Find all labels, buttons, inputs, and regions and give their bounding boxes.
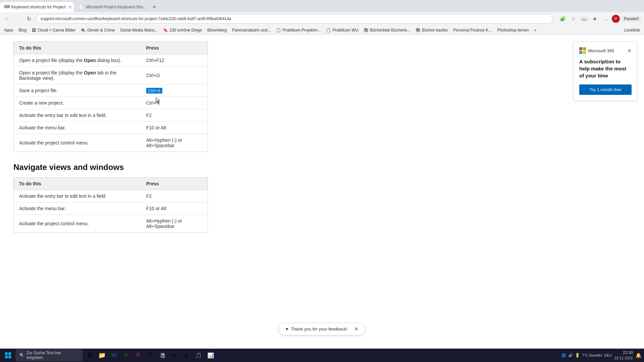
logo-square-red bbox=[579, 47, 582, 50]
table-cell-press: F10 or Alt bbox=[141, 122, 208, 134]
table1-header-action: To do this bbox=[14, 42, 141, 54]
taskbar-search[interactable]: 🔍 Zur Suche Text hier eingeben bbox=[15, 349, 83, 361]
spotify-icon[interactable]: 🎵 bbox=[193, 350, 204, 361]
address-bar[interactable]: support.microsoft.com/en-us/office/keybo… bbox=[36, 14, 553, 23]
main-content: To do this Press Open a project file (di… bbox=[0, 35, 644, 349]
excel-icon[interactable]: X bbox=[121, 350, 131, 361]
table-row: Open a project file (display the Open ta… bbox=[14, 67, 208, 84]
bookmark-dinner[interactable]: 🎭 Dinner & Crime bbox=[79, 27, 116, 33]
ad-close-button[interactable]: ✕ bbox=[627, 48, 632, 54]
bookmark-label: Bücherliste Bücherie... bbox=[370, 28, 410, 33]
bookmark-icon: 📋 bbox=[326, 28, 331, 33]
table-cell-action: Open a project file (display the Open di… bbox=[14, 54, 141, 67]
taskbar: 🔍 Zur Suche Text hier eingeben ⊞ 📁 W X P… bbox=[0, 349, 644, 362]
notifications-icon[interactable]: 🔔 bbox=[636, 353, 641, 358]
forward-button[interactable]: → bbox=[13, 14, 23, 23]
bookmark-label: Praktikum Projektm... bbox=[282, 28, 321, 33]
tab-close-1[interactable]: ✕ bbox=[68, 4, 72, 10]
taskbar-pinned-icons: ⊞ 📁 W X P T 📓 ✉ e 🎵 📊 bbox=[85, 350, 216, 361]
bookmark-more[interactable]: » bbox=[533, 27, 538, 33]
word-icon[interactable]: W bbox=[109, 350, 119, 361]
table-cell-press: Alt+Hyphen (-) or Alt+Spacebar bbox=[141, 134, 208, 152]
extensions-button[interactable]: 🧩 bbox=[558, 14, 568, 23]
bookmark-star[interactable]: ☆ bbox=[569, 14, 578, 23]
file-explorer-icon[interactable]: 📁 bbox=[97, 350, 107, 361]
browser-actions: 🧩 ☆ 📖 ★ … P Pausiert bbox=[558, 14, 641, 23]
try-free-button[interactable]: Try 1 month free bbox=[579, 84, 632, 95]
ad-panel-header: Microsoft 365 ✕ bbox=[579, 47, 632, 54]
bookmark-canva[interactable]: 🖼 Cloud + Canva Bilder bbox=[31, 27, 77, 33]
onenote-icon[interactable]: 📓 bbox=[157, 350, 168, 361]
bookmark-social[interactable]: Social Media Mana... bbox=[119, 27, 159, 33]
bookmark-leseliste[interactable]: Leseliste bbox=[623, 27, 641, 33]
logo-square-yellow bbox=[583, 51, 586, 54]
highlighted-key: Ctrl+S bbox=[146, 88, 162, 94]
reload-button[interactable]: ↻ bbox=[24, 14, 34, 23]
network-icon[interactable]: 🌐 bbox=[561, 353, 566, 358]
settings-more[interactable]: … bbox=[601, 14, 610, 23]
bookmark-bloomberg[interactable]: Bloomberg bbox=[206, 27, 228, 33]
project-icon[interactable]: 📊 bbox=[205, 350, 216, 361]
bookmark-icon: 🎭 bbox=[81, 28, 86, 33]
bold-word: Open bbox=[84, 70, 96, 75]
table-row: Activate the entry bar to edit text in a… bbox=[14, 190, 208, 202]
bookmark-buecherliste[interactable]: 📚 Bücherliste Bücherie... bbox=[362, 27, 412, 33]
bookmark-apps[interactable]: Apps bbox=[3, 27, 14, 33]
shortcuts-table-2: To do this Press Activate the entry bar … bbox=[13, 177, 208, 233]
bookmark-100things[interactable]: 🔖 100 schöne Dinge bbox=[162, 27, 203, 33]
bookmark-label: Bloomberg bbox=[207, 28, 227, 33]
bookmark-buecherkaufen[interactable]: 📚 Bücher kaufen bbox=[414, 27, 449, 33]
tab-active[interactable]: ⌨ Keyboard shortcuts for Project ✕ bbox=[0, 2, 74, 12]
bookmark-praktikum[interactable]: 📋 Praktikum Projektm... bbox=[275, 27, 322, 33]
favorites[interactable]: ★ bbox=[590, 14, 600, 23]
table-row: Activate the menu bar. F10 or Alt bbox=[14, 122, 208, 134]
tab-inactive[interactable]: 📄 Microsoft-Project-Keyboard-Sho... ✕ bbox=[74, 2, 148, 12]
bold-word: Open bbox=[84, 58, 96, 63]
profile-button[interactable]: P bbox=[612, 15, 620, 23]
windows-logo-icon bbox=[5, 352, 11, 358]
tab-favicon-1: ⌨ bbox=[4, 4, 9, 10]
start-button[interactable] bbox=[3, 350, 13, 361]
table-cell-press: Ctrl+F12 bbox=[141, 54, 208, 67]
bookmark-label: Personal Finance K... bbox=[453, 28, 492, 33]
bookmark-label: Panoramabahn und... bbox=[232, 28, 271, 33]
taskbar-right: 🌐 🔊 🔋 7°C Bewölkt DEU 22:30 22.11.2021 🔔 bbox=[561, 350, 641, 361]
table-cell-press: Alt+Hyphen (-) or Alt+Spacebar bbox=[141, 215, 208, 233]
table-cell-action: Activate the menu bar. bbox=[14, 202, 141, 215]
ms365-logo-text: Microsoft 365 bbox=[588, 48, 614, 53]
bookmark-label: Bücher kaufen bbox=[422, 28, 448, 33]
table-cell-press: F2 bbox=[141, 109, 208, 122]
ad-title: A subscription to help make the most of … bbox=[579, 58, 632, 79]
bookmark-personalfinance[interactable]: Personal Finance K... bbox=[452, 27, 493, 33]
logo-square-blue bbox=[579, 51, 582, 54]
table-cell-action: Create a new project. bbox=[14, 97, 141, 109]
table-cell-action: Activate the project control menu. bbox=[14, 215, 141, 233]
pause-button[interactable]: Pausiert bbox=[621, 16, 641, 22]
bookmark-label: Blog bbox=[18, 28, 26, 33]
new-tab-button[interactable]: + bbox=[150, 2, 159, 12]
taskview-button[interactable]: ⊞ bbox=[85, 350, 95, 361]
bookmark-photoshop[interactable]: Photoshop lernen bbox=[496, 27, 530, 33]
taskbar-search-text: Zur Suche Text hier eingeben bbox=[26, 351, 78, 360]
bookmark-praktikumwu[interactable]: 📋 Praktikum WU bbox=[325, 27, 360, 33]
edge-icon[interactable]: e bbox=[181, 350, 192, 361]
outlook-icon[interactable]: ✉ bbox=[169, 350, 180, 361]
volume-icon[interactable]: 🔊 bbox=[568, 353, 573, 358]
search-icon: 🔍 bbox=[19, 353, 24, 358]
ad-panel: Microsoft 365 ✕ A subscription to help m… bbox=[574, 42, 637, 101]
url-text: support.microsoft.com/en-us/office/keybo… bbox=[41, 16, 231, 21]
table-row: Activate the project control menu. Alt+H… bbox=[14, 134, 208, 152]
bookmark-panorama[interactable]: Panoramabahn und... bbox=[231, 27, 272, 33]
powerpoint-icon[interactable]: P bbox=[133, 350, 144, 361]
teams-icon[interactable]: T bbox=[145, 350, 156, 361]
feedback-close-button[interactable]: ✕ bbox=[354, 326, 359, 332]
table-cell-press: Ctrl+N bbox=[141, 97, 208, 109]
tab-title-1: Keyboard shortcuts for Project bbox=[11, 5, 65, 9]
reading-view[interactable]: 📖 bbox=[580, 14, 589, 23]
bookmark-blog[interactable]: Blog bbox=[17, 27, 28, 33]
weather-text: 7°C Bewölkt bbox=[582, 353, 602, 357]
back-button[interactable]: ← bbox=[3, 14, 12, 23]
table-cell-action: Activate the entry bar to edit text in a… bbox=[14, 190, 141, 202]
table-cell-action: Activate the project control menu. bbox=[14, 134, 141, 152]
shortcuts-table-1: To do this Press Open a project file (di… bbox=[13, 42, 208, 152]
